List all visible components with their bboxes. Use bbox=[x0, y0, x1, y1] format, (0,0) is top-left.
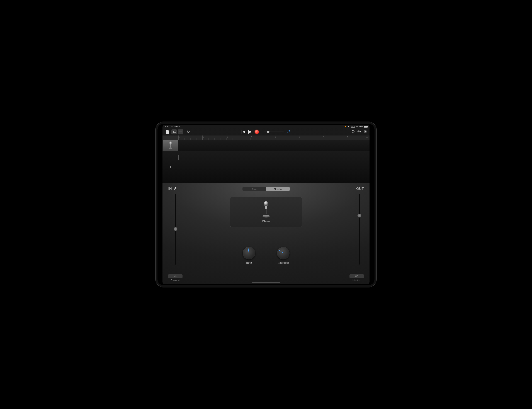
svg-point-27 bbox=[169, 141, 172, 144]
tone-label: Tone bbox=[246, 261, 252, 264]
svg-rect-36 bbox=[265, 206, 267, 209]
svg-rect-11 bbox=[242, 130, 242, 134]
bar-number: 5 bbox=[275, 136, 276, 138]
output-level-slider[interactable] bbox=[357, 194, 362, 264]
input-jack-icon[interactable] bbox=[174, 187, 178, 191]
my-songs-button[interactable] bbox=[165, 129, 170, 134]
svg-text:?: ? bbox=[364, 130, 366, 133]
microphone-icon bbox=[262, 201, 270, 219]
home-indicator[interactable] bbox=[252, 282, 280, 283]
output-label: OUT bbox=[356, 187, 364, 191]
timeline-ruler[interactable]: 1 2 3 4 5 6 7 8 ＋ bbox=[162, 136, 370, 140]
preset-name: Clean bbox=[262, 220, 270, 223]
wifi-icon bbox=[347, 126, 350, 127]
status-bar: 10:12 Fri 25 Feb VPN 97% bbox=[162, 125, 370, 128]
bar-number: 1 bbox=[179, 136, 180, 138]
svg-point-30 bbox=[169, 147, 172, 149]
svg-point-10 bbox=[190, 131, 190, 132]
play-button[interactable] bbox=[248, 130, 252, 134]
add-section-button[interactable]: ＋ bbox=[366, 136, 369, 140]
bar-number: 3 bbox=[227, 136, 228, 138]
add-track-button[interactable]: ＋ bbox=[162, 162, 178, 172]
track-header[interactable] bbox=[162, 140, 178, 151]
instrument-editor: IN OUT Fun Studio bbox=[162, 183, 370, 284]
squeeze-label: Squeeze bbox=[277, 261, 289, 264]
svg-point-6 bbox=[187, 131, 188, 132]
input-level-slider[interactable] bbox=[173, 194, 178, 264]
bar-number: 8 bbox=[347, 136, 348, 138]
svg-rect-37 bbox=[266, 208, 266, 214]
svg-point-39 bbox=[263, 215, 269, 217]
tracks-view-button[interactable] bbox=[178, 129, 183, 134]
svg-rect-3 bbox=[179, 132, 182, 132]
channel-label: Channel bbox=[171, 279, 180, 282]
battery-percent: 97% bbox=[359, 126, 363, 128]
svg-rect-2 bbox=[179, 131, 182, 131]
plus-icon: ＋ bbox=[169, 164, 172, 170]
svg-point-8 bbox=[189, 132, 189, 133]
track-controls-button[interactable] bbox=[186, 129, 191, 134]
metronome-button[interactable] bbox=[287, 130, 291, 134]
svg-rect-1 bbox=[174, 131, 176, 133]
status-date: Fri 25 Feb bbox=[171, 126, 180, 128]
toolbar: ? bbox=[162, 128, 370, 136]
segment-fun[interactable]: Fun bbox=[242, 187, 266, 191]
squeeze-knob[interactable] bbox=[277, 247, 290, 260]
track-lane[interactable] bbox=[178, 140, 370, 151]
record-button[interactable] bbox=[255, 130, 259, 134]
tracks-area: ＋ bbox=[162, 140, 370, 183]
bar-number: 7 bbox=[323, 136, 324, 138]
svg-rect-0 bbox=[172, 131, 174, 133]
help-button[interactable]: ? bbox=[363, 130, 367, 134]
master-volume-slider[interactable] bbox=[264, 132, 284, 132]
svg-rect-29 bbox=[170, 145, 171, 147]
input-label: IN bbox=[168, 187, 172, 191]
bar-number: 6 bbox=[299, 136, 300, 138]
browser-button[interactable] bbox=[171, 129, 177, 134]
preset-tile[interactable]: Clean bbox=[230, 197, 302, 227]
preset-category-segmented: Fun Studio bbox=[242, 187, 290, 191]
bar-number: 2 bbox=[203, 136, 204, 138]
track-row[interactable] bbox=[162, 140, 370, 151]
microphone-icon bbox=[168, 141, 173, 149]
channel-select-button[interactable]: Mic bbox=[168, 274, 182, 278]
svg-point-16 bbox=[359, 131, 360, 132]
monitor-toggle-button[interactable]: Off bbox=[350, 274, 364, 278]
mic-in-use-dot-icon bbox=[345, 126, 346, 127]
vpn-badge: VPN bbox=[351, 126, 355, 128]
charging-icon bbox=[356, 125, 358, 128]
loop-button[interactable] bbox=[351, 130, 355, 134]
segment-studio[interactable]: Studio bbox=[266, 187, 290, 191]
settings-button[interactable] bbox=[357, 130, 361, 134]
status-time: 10:12 bbox=[164, 126, 169, 128]
go-to-beginning-button[interactable] bbox=[242, 130, 245, 134]
svg-rect-4 bbox=[179, 133, 182, 133]
battery-icon bbox=[364, 126, 368, 128]
svg-point-13 bbox=[290, 132, 290, 132]
tone-knob[interactable] bbox=[242, 247, 255, 260]
monitor-label: Monitor bbox=[352, 279, 361, 282]
bar-number: 4 bbox=[251, 136, 252, 138]
